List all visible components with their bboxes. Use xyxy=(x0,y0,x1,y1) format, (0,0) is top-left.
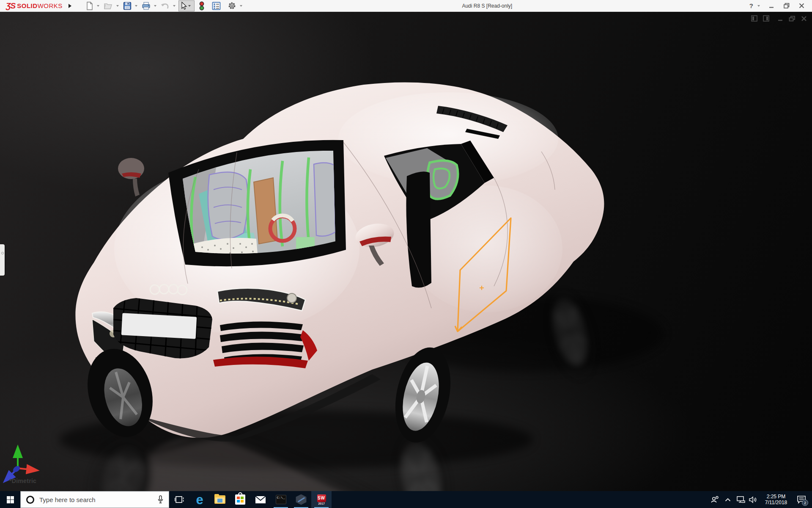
task-view-icon xyxy=(175,495,184,504)
audi-r8-model[interactable] xyxy=(75,82,604,447)
taskbar-search[interactable] xyxy=(20,491,169,508)
dassault-mark: ƷS xyxy=(6,1,15,11)
window-controls: ? xyxy=(747,1,812,10)
graphics-viewport[interactable]: *Dimetric xyxy=(0,12,812,491)
save-floppy-icon xyxy=(123,2,132,10)
settings-button[interactable] xyxy=(226,1,238,11)
select-tool-button[interactable] xyxy=(178,0,195,11)
open-caret[interactable] xyxy=(116,5,119,7)
hidden-icons-button[interactable] xyxy=(722,491,733,508)
microphone-icon[interactable] xyxy=(157,495,164,504)
restore-icon xyxy=(784,3,790,8)
select-arrow-icon xyxy=(180,2,187,10)
windows-logo-icon xyxy=(7,496,14,503)
mail-button[interactable] xyxy=(250,491,271,508)
print-caret[interactable] xyxy=(154,5,156,7)
speaker-icon xyxy=(749,496,757,503)
pane-left-icon[interactable] xyxy=(751,15,757,22)
select-caret[interactable] xyxy=(188,5,191,7)
settings-caret[interactable] xyxy=(240,5,242,7)
stoplight-icon xyxy=(199,1,204,11)
stoplight-button[interactable] xyxy=(198,1,206,11)
solidworks-2017-button[interactable]: SW 2017 xyxy=(311,491,332,508)
action-center-button[interactable]: 2 xyxy=(793,491,809,508)
toolbar xyxy=(85,0,244,11)
panel-tab-dot xyxy=(1,252,4,254)
taskbar: e C:\_ SW 20 xyxy=(0,491,812,508)
people-button[interactable] xyxy=(710,491,721,508)
hexagon-app-button[interactable] xyxy=(291,491,311,508)
titlebar: ƷS SOLID WORKS xyxy=(0,0,812,12)
new-caret[interactable] xyxy=(97,5,99,7)
hexagon-app-icon xyxy=(296,494,307,505)
network-icon xyxy=(736,496,745,503)
solidworks-logo: ƷS SOLID WORKS xyxy=(0,0,67,11)
menu-flyout-arrow-icon[interactable] xyxy=(67,2,74,10)
start-button[interactable] xyxy=(0,491,20,508)
print-icon xyxy=(142,2,151,10)
save-button[interactable] xyxy=(122,1,133,11)
cortana-icon xyxy=(26,496,34,504)
close-icon xyxy=(799,3,804,8)
properties-list-button[interactable] xyxy=(211,1,222,11)
clock-time: 2:25 PM xyxy=(761,494,791,500)
document-window-controls xyxy=(751,15,807,22)
network-button[interactable] xyxy=(735,491,746,508)
store-icon xyxy=(235,494,245,505)
restore-button[interactable] xyxy=(781,2,792,9)
brand-solid: SOLID xyxy=(17,2,37,9)
search-input[interactable] xyxy=(39,496,157,503)
new-document-button[interactable] xyxy=(85,1,95,11)
doc-minimize-icon[interactable] xyxy=(777,16,783,22)
minimize-button[interactable] xyxy=(766,2,777,9)
minimize-icon xyxy=(769,3,774,8)
store-button[interactable] xyxy=(230,491,250,508)
undo-arrow-icon xyxy=(161,2,170,10)
model-scene[interactable] xyxy=(0,12,812,491)
view-orientation-label: *Dimetric xyxy=(9,478,36,484)
feature-panel-tab[interactable] xyxy=(0,244,5,276)
mail-icon xyxy=(255,496,266,504)
doc-close-icon[interactable] xyxy=(801,16,807,22)
clock[interactable]: 2:25 PM 7/11/2018 xyxy=(760,494,792,505)
command-prompt-icon: C:\_ xyxy=(276,495,286,504)
help-button[interactable]: ? xyxy=(747,1,756,10)
doc-restore-icon[interactable] xyxy=(789,16,796,22)
properties-list-icon xyxy=(212,2,221,10)
close-button[interactable] xyxy=(796,2,807,9)
clock-date: 7/11/2018 xyxy=(761,500,791,505)
undo-button[interactable] xyxy=(159,1,171,11)
open-button[interactable] xyxy=(102,1,114,11)
print-button[interactable] xyxy=(140,1,152,11)
volume-button[interactable] xyxy=(748,491,759,508)
help-caret[interactable] xyxy=(757,5,760,7)
window-title: Audi R8 S [Read-only] xyxy=(244,3,747,9)
file-explorer-button[interactable] xyxy=(210,491,230,508)
edge-icon: e xyxy=(196,493,203,506)
command-prompt-button[interactable]: C:\_ xyxy=(271,491,291,508)
file-explorer-icon xyxy=(214,495,225,504)
undo-caret[interactable] xyxy=(173,5,176,7)
triad-x-axis xyxy=(18,468,33,470)
new-document-icon xyxy=(86,2,93,10)
task-view-button[interactable] xyxy=(169,491,189,508)
gear-icon xyxy=(228,1,236,10)
brand-works: WORKS xyxy=(38,2,63,9)
system-tray: 2:25 PM 7/11/2018 2 xyxy=(710,491,812,508)
pane-right-icon[interactable] xyxy=(763,15,769,22)
edge-button[interactable]: e xyxy=(189,491,210,508)
open-folder-icon xyxy=(104,2,113,10)
solidworks-2017-icon: SW 2017 xyxy=(317,494,326,505)
chevron-up-icon xyxy=(725,498,731,502)
taskbar-apps: e C:\_ SW 20 xyxy=(169,491,332,508)
notification-badge: 2 xyxy=(802,500,808,506)
save-caret[interactable] xyxy=(135,5,137,7)
people-icon xyxy=(711,496,719,503)
